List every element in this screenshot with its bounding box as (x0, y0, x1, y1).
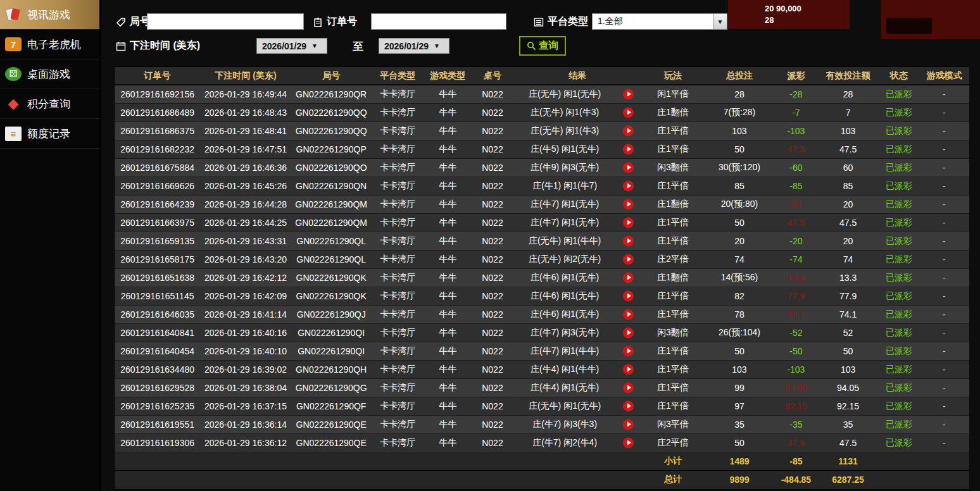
sidebar-item-quota-records[interactable]: ≡ 额度记录 (0, 119, 99, 149)
replay-play-icon[interactable] (623, 235, 634, 246)
total-total-bet: 9899 (705, 470, 774, 489)
cell-game: 牛牛 (424, 268, 472, 287)
cell-platform: 卡卡湾厅 (372, 140, 424, 158)
total-spacer-end (878, 470, 969, 489)
cell-total_bet: 28 (705, 85, 774, 103)
cell-round: GN022261290QM (291, 195, 372, 213)
sidebar-item-points-query[interactable]: ◆ 积分查询 (0, 89, 99, 119)
platform-type-select[interactable]: 1.全部 ▼ (592, 13, 727, 30)
sidebar-item-video-games[interactable]: 视讯游戏 (0, 0, 99, 30)
replay-play-icon[interactable] (623, 144, 634, 154)
cell-status: 已派彩 (878, 177, 919, 195)
replay-play-icon[interactable] (623, 89, 634, 99)
cell-platform: 卡卡湾厅 (372, 103, 424, 121)
result-text: 庄(牛7) 闲1(无牛) (531, 217, 599, 227)
cell-order: 260129161669626 (115, 177, 200, 195)
table-row: 2601291616863752026-01-29 16:48:41GN0222… (115, 121, 969, 140)
date-to-picker[interactable]: 2026/01/29 ▼ (379, 38, 449, 54)
replay-play-icon[interactable] (623, 162, 634, 173)
cell-order: 260129161659135 (115, 232, 200, 250)
sidebar-item-slot-machines[interactable]: 7 电子老虎机 (0, 30, 99, 59)
cell-play: 庄1平倍 (641, 360, 705, 378)
table-row: 2601291616591352026-01-29 16:43:31GN0222… (115, 232, 969, 250)
cell-table_no: N022 (472, 140, 514, 158)
sidebar: 视讯游戏 7 电子老虎机 ⚄ 桌面游戏 ◆ 积分查询 ≡ 额度记录 (0, 0, 101, 491)
cell-time: 2026-01-29 16:49:44 (200, 85, 291, 103)
result-text: 庄(牛7) 闲2(牛4) (532, 437, 597, 447)
replay-play-icon[interactable] (623, 309, 634, 320)
replay-play-icon[interactable] (623, 345, 634, 356)
cell-mode: - (919, 177, 969, 195)
table-row: 2601291616252352026-01-29 16:37:15GN0222… (115, 397, 969, 415)
replay-play-icon[interactable] (623, 364, 634, 375)
replay-play-icon[interactable] (623, 419, 634, 430)
cell-payout: 47.5 (774, 140, 818, 158)
table-row: 2601291616511452026-01-29 16:42:09GN0222… (115, 287, 969, 305)
cell-time: 2026-01-29 16:47:51 (200, 140, 291, 158)
cell-table_no: N022 (472, 360, 514, 378)
cards-icon (5, 6, 22, 23)
replay-play-icon[interactable] (623, 125, 634, 136)
cell-payout: -52 (774, 323, 818, 342)
cell-status: 已派彩 (878, 103, 919, 121)
cell-total_bet: 99 (705, 378, 774, 397)
replay-play-icon[interactable] (623, 290, 634, 301)
replay-play-icon[interactable] (623, 254, 634, 264)
cell-total_bet: 50 (705, 213, 774, 232)
cell-round: GN022261290QL (291, 250, 372, 268)
cell-round: GN022261290QL (291, 232, 372, 250)
cell-payout: -50 (774, 342, 818, 360)
cell-table_no: N022 (472, 342, 514, 360)
replay-play-icon[interactable] (623, 327, 634, 338)
cell-round: GN022261290QK (291, 268, 372, 287)
cell-play: 庄1平倍 (641, 177, 705, 195)
cell-round: GN022261290QI (291, 342, 372, 360)
cell-round: GN022261290QQ (291, 121, 372, 140)
cell-game: 牛牛 (424, 342, 472, 360)
cell-total_bet: 50 (705, 433, 774, 452)
replay-play-icon[interactable] (623, 107, 634, 118)
sidebar-item-label: 电子老虎机 (27, 37, 81, 52)
cell-result: 庄(无牛) 闲1(无牛) (513, 397, 641, 415)
cell-order: 260129161686489 (115, 103, 200, 121)
query-button[interactable]: 查询 (519, 36, 566, 56)
cell-status: 已派彩 (878, 250, 919, 268)
cell-round: GN022261290QO (291, 158, 372, 177)
replay-play-icon[interactable] (623, 437, 634, 448)
cell-platform: 卡卡湾厅 (372, 323, 424, 342)
cell-round: GN022261290QF (291, 397, 372, 415)
cell-game: 牛牛 (424, 232, 472, 250)
order-number-input[interactable] (371, 13, 506, 30)
replay-play-icon[interactable] (623, 382, 634, 393)
column-header: 派彩 (774, 67, 818, 85)
cell-play: 闲3翻倍 (641, 158, 705, 177)
replay-play-icon[interactable] (623, 217, 634, 228)
cell-mode: - (919, 378, 969, 397)
replay-play-icon[interactable] (623, 199, 634, 209)
round-number-input[interactable] (147, 13, 304, 30)
cell-table_no: N022 (472, 250, 514, 268)
cell-mode: - (919, 121, 969, 140)
sidebar-item-table-games[interactable]: ⚄ 桌面游戏 (0, 59, 99, 89)
replay-play-icon[interactable] (623, 401, 634, 411)
replay-play-icon[interactable] (623, 180, 634, 191)
sidebar-item-label: 额度记录 (27, 127, 70, 141)
cell-game: 牛牛 (424, 213, 472, 232)
cell-payout: 38 (774, 195, 818, 213)
cell-total_bet: 103 (705, 121, 774, 140)
cell-valid_bet: 20 (818, 195, 879, 213)
column-header: 有效投注额 (818, 67, 879, 85)
replay-play-icon[interactable] (623, 272, 634, 283)
cell-payout: -60 (774, 158, 818, 177)
column-header: 状态 (878, 67, 919, 85)
cell-time: 2026-01-29 16:36:12 (200, 433, 291, 452)
result-text: 庄(牛6) 闲1(无牛) (531, 290, 599, 301)
cell-play: 闲3翻倍 (641, 323, 705, 342)
cell-total_bet: 82 (705, 287, 774, 305)
table-row: 2601291616460352026-01-29 16:41:14GN0222… (115, 305, 969, 323)
bet-records-table: 订单号下注时间 (美东)局号平台类型游戏类型桌号结果玩法总投注派彩有效投注额状态… (114, 66, 969, 490)
cell-payout: 92.15 (774, 397, 818, 415)
date-from-picker[interactable]: 2026/01/29 ▼ (256, 38, 327, 54)
cell-time: 2026-01-29 16:42:09 (200, 287, 291, 305)
result-text: 庄(牛6) 闲1(无牛) (531, 309, 599, 319)
